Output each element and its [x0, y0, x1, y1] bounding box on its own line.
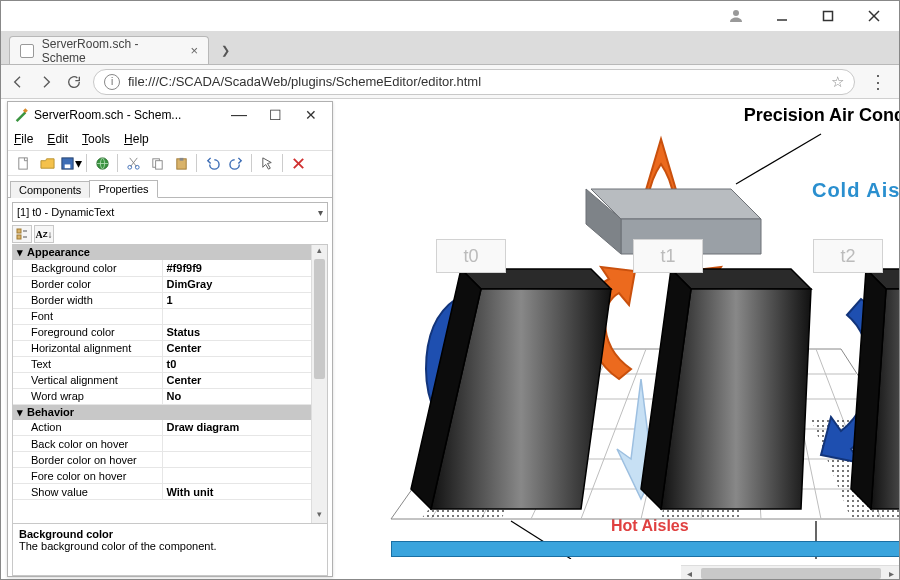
svg-rect-6: [18, 157, 26, 168]
property-value[interactable]: [162, 436, 311, 452]
site-info-icon[interactable]: i: [104, 74, 120, 90]
svg-rect-18: [17, 229, 21, 233]
property-value[interactable]: No: [162, 388, 311, 404]
paste-icon[interactable]: [170, 152, 192, 174]
scroll-up-icon[interactable]: ▴: [312, 245, 327, 259]
property-value[interactable]: Status: [162, 324, 311, 340]
dyntext-t0[interactable]: t0: [436, 239, 506, 273]
property-row[interactable]: Border color on hover: [13, 452, 311, 468]
property-category[interactable]: ▾Behavior: [13, 404, 311, 420]
property-row[interactable]: Back color on hover: [13, 436, 311, 452]
svg-point-0: [733, 10, 739, 16]
tab-title: ServerRoom.sch - Scheme: [42, 37, 183, 65]
window-close[interactable]: [851, 1, 897, 31]
server-room-illustration: [361, 119, 899, 559]
nav-reload-button[interactable]: [65, 73, 83, 91]
toolwindow-close[interactable]: ✕: [296, 107, 326, 123]
property-row[interactable]: Fore color on hover: [13, 468, 311, 484]
dyntext-t2[interactable]: t2: [813, 239, 883, 273]
editor-toolbar: ▾: [8, 150, 332, 176]
scroll-left-icon[interactable]: ◂: [681, 566, 697, 580]
property-value[interactable]: With unit: [162, 484, 311, 500]
tab-components[interactable]: Components: [10, 181, 90, 198]
browser-toolbar: i file:///C:/SCADA/ScadaWeb/plugins/Sche…: [1, 65, 899, 99]
property-value[interactable]: [162, 308, 311, 324]
tab-properties[interactable]: Properties: [89, 180, 157, 198]
property-value[interactable]: DimGray: [162, 276, 311, 292]
open-file-icon[interactable]: [36, 152, 58, 174]
svg-rect-19: [17, 235, 21, 239]
property-name: Horizontal alignment: [13, 340, 162, 356]
redo-icon[interactable]: [225, 152, 247, 174]
property-name: Border color on hover: [13, 452, 162, 468]
property-row[interactable]: Word wrapNo: [13, 388, 311, 404]
user-icon[interactable]: [713, 1, 759, 31]
new-file-icon[interactable]: [12, 152, 34, 174]
url-text: file:///C:/SCADA/ScadaWeb/plugins/Scheme…: [128, 74, 823, 89]
menu-file[interactable]: File: [14, 132, 33, 146]
property-row[interactable]: Font: [13, 308, 311, 324]
categorized-view-icon[interactable]: [12, 225, 32, 243]
delete-icon[interactable]: [287, 152, 309, 174]
property-value[interactable]: Center: [162, 340, 311, 356]
app-icon: [14, 108, 28, 122]
dyntext-t1[interactable]: t1: [633, 239, 703, 273]
property-row[interactable]: Border colorDimGray: [13, 276, 311, 292]
property-value[interactable]: 1: [162, 292, 311, 308]
nav-forward-button[interactable]: [37, 73, 55, 91]
browser-menu-button[interactable]: ⋮: [865, 71, 891, 93]
property-row[interactable]: Show valueWith unit: [13, 484, 311, 500]
editor-menubar: File Edit Tools Help: [8, 128, 332, 150]
pointer-icon[interactable]: [256, 152, 278, 174]
property-row[interactable]: Textt0: [13, 356, 311, 372]
nav-back-button[interactable]: [9, 73, 27, 91]
menu-tools[interactable]: Tools: [82, 132, 110, 146]
scheme-canvas[interactable]: Precision Air Conditionin Cold Aisle Hot…: [341, 99, 899, 580]
tab-close-icon[interactable]: ×: [190, 43, 198, 58]
scroll-down-icon[interactable]: ▾: [312, 509, 327, 523]
toolwindow-minimize[interactable]: —: [224, 111, 254, 119]
toolwindow-titlebar[interactable]: ServerRoom.sch - Schem... — ☐ ✕: [8, 102, 332, 128]
property-category[interactable]: ▾Appearance: [13, 245, 311, 260]
toolwindow-title: ServerRoom.sch - Schem...: [34, 108, 218, 122]
scroll-right-icon[interactable]: ▸: [883, 566, 899, 580]
property-row[interactable]: Vertical alignmentCenter: [13, 372, 311, 388]
copy-icon[interactable]: [146, 152, 168, 174]
alphabetical-view-icon[interactable]: AZ↓: [34, 225, 54, 243]
canvas-h-scrollbar[interactable]: ◂ ▸: [681, 565, 899, 580]
globe-icon[interactable]: [91, 152, 113, 174]
property-row[interactable]: Border width1: [13, 292, 311, 308]
component-selector[interactable]: [1] t0 - DynamicText ▾: [12, 202, 328, 222]
cut-icon[interactable]: [122, 152, 144, 174]
property-grid-body[interactable]: ▾AppearanceBackground color#f9f9f9Border…: [13, 245, 311, 523]
new-tab-button[interactable]: ❯: [215, 40, 235, 60]
property-value[interactable]: Center: [162, 372, 311, 388]
property-row[interactable]: Horizontal alignmentCenter: [13, 340, 311, 356]
menu-help[interactable]: Help: [124, 132, 149, 146]
browser-tab[interactable]: ServerRoom.sch - Scheme ×: [9, 36, 209, 64]
property-value[interactable]: #f9f9f9: [162, 260, 311, 276]
save-file-icon[interactable]: ▾: [60, 152, 82, 174]
property-value[interactable]: [162, 468, 311, 484]
window-minimize[interactable]: [759, 1, 805, 31]
property-row[interactable]: Background color#f9f9f9: [13, 260, 311, 276]
propgrid-toolbar: AZ↓: [8, 224, 332, 244]
svg-line-53: [736, 134, 821, 184]
property-value[interactable]: [162, 452, 311, 468]
property-row[interactable]: Foreground colorStatus: [13, 324, 311, 340]
property-name: Font: [13, 308, 162, 324]
window-maximize[interactable]: [805, 1, 851, 31]
menu-edit[interactable]: Edit: [47, 132, 68, 146]
property-row[interactable]: ActionDraw diagram: [13, 420, 311, 436]
property-grid-scrollbar[interactable]: ▴ ▾: [311, 245, 327, 523]
property-value[interactable]: t0: [162, 356, 311, 372]
address-bar[interactable]: i file:///C:/SCADA/ScadaWeb/plugins/Sche…: [93, 69, 855, 95]
toolwindow-maximize[interactable]: ☐: [260, 107, 290, 123]
undo-icon[interactable]: [201, 152, 223, 174]
property-value[interactable]: Draw diagram: [162, 420, 311, 436]
bookmark-star-icon[interactable]: ☆: [831, 73, 844, 91]
scroll-thumb[interactable]: [314, 259, 325, 379]
svg-rect-13: [155, 160, 162, 168]
h-scroll-thumb[interactable]: [701, 568, 881, 579]
property-name: Show value: [13, 484, 162, 500]
